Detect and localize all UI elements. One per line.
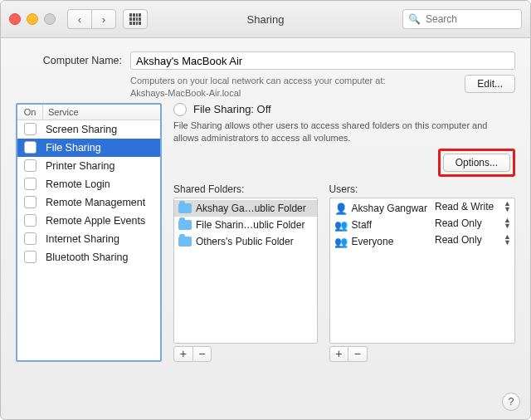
remove-user-button[interactable]: − — [348, 347, 367, 361]
permission-label: Read Only — [435, 217, 482, 229]
computer-name-sub1: Computers on your local network can acce… — [130, 76, 386, 85]
service-label: Printer Sharing — [42, 160, 160, 172]
services-col-service: Service — [43, 105, 160, 120]
forward-button[interactable]: › — [91, 9, 116, 29]
shared-folder-label: Akshay Ga…ublic Folder — [196, 203, 306, 214]
user-item[interactable]: 👥Everyone — [330, 233, 431, 250]
group-icon: 👥 — [334, 236, 348, 248]
permissions-column: Read & Write▲▼Read Only▲▼Read Only▲▼ — [431, 198, 514, 342]
window-controls — [9, 13, 56, 25]
computer-name-label: Computer Name: — [16, 51, 122, 66]
shared-folders-header: Shared Folders: — [173, 183, 318, 195]
minimize-icon[interactable] — [27, 13, 38, 25]
service-label: Remote Login — [42, 178, 160, 190]
permission-select[interactable]: Read Only▲▼ — [431, 232, 514, 248]
user-label: Akshay Gangwar — [352, 203, 427, 214]
users-list[interactable]: 👤Akshay Gangwar👥Staff👥Everyone — [330, 198, 431, 342]
back-button[interactable]: ‹ — [67, 9, 91, 29]
group-icon: 👥 — [334, 219, 348, 232]
service-checkbox[interactable] — [24, 159, 37, 172]
help-button[interactable]: ? — [502, 393, 520, 411]
stepper-icon: ▲▼ — [504, 217, 511, 229]
highlight-box: Options... — [438, 149, 515, 177]
service-file-sharing[interactable]: File Sharing — [17, 139, 160, 157]
stepper-icon: ▲▼ — [504, 201, 511, 212]
edit-button[interactable]: Edit... — [465, 75, 515, 93]
zoom-icon[interactable] — [44, 13, 56, 25]
service-checkbox[interactable] — [24, 232, 37, 245]
service-checkbox[interactable] — [24, 214, 37, 227]
service-checkbox[interactable] — [24, 123, 37, 135]
services-col-on: On — [17, 105, 43, 120]
user-item[interactable]: 👤Akshay Gangwar — [330, 200, 431, 217]
shared-folder-item[interactable]: File Sharin…ublic Folder — [174, 217, 317, 233]
search-icon: 🔍 — [408, 13, 421, 25]
options-button[interactable]: Options... — [443, 154, 510, 172]
add-user-button[interactable]: + — [330, 347, 349, 361]
services-list: On Service Screen SharingFile SharingPri… — [16, 103, 162, 362]
shared-folder-label: Others's Public Folder — [196, 236, 294, 247]
status-desc: File Sharing allows other users to acces… — [173, 120, 515, 144]
service-label: Remote Apple Events — [42, 215, 160, 227]
user-label: Everyone — [352, 236, 394, 247]
permission-label: Read Only — [435, 234, 482, 246]
person-icon: 👤 — [334, 203, 348, 215]
preferences-window: ‹ › Sharing 🔍 Computer Name: Computers o… — [0, 0, 531, 420]
titlebar: ‹ › Sharing 🔍 — [1, 1, 530, 38]
close-icon[interactable] — [9, 13, 21, 25]
service-internet-sharing[interactable]: Internet Sharing — [17, 230, 160, 248]
service-label: Bluetooth Sharing — [42, 252, 160, 263]
search-field[interactable]: 🔍 — [402, 9, 522, 29]
stepper-icon: ▲▼ — [504, 234, 511, 246]
shared-folders-add-remove: + − — [173, 346, 212, 362]
service-label: Screen Sharing — [42, 124, 160, 135]
service-checkbox[interactable] — [24, 196, 37, 208]
service-label: Remote Management — [42, 197, 160, 208]
service-remote-login[interactable]: Remote Login — [17, 175, 160, 193]
service-label: File Sharing — [42, 142, 160, 154]
folder-icon — [178, 220, 192, 230]
service-screen-sharing[interactable]: Screen Sharing — [17, 120, 160, 139]
computer-name-input[interactable] — [130, 51, 515, 70]
users-header: Users: — [329, 183, 515, 195]
user-item[interactable]: 👥Staff — [330, 217, 431, 233]
user-label: Staff — [352, 219, 372, 231]
permission-label: Read & Write — [435, 201, 494, 212]
search-input[interactable] — [424, 12, 516, 26]
folder-icon — [178, 237, 192, 247]
service-checkbox[interactable] — [24, 141, 37, 154]
status-title: File Sharing: Off — [193, 103, 271, 115]
remove-folder-button[interactable]: − — [193, 347, 212, 361]
shared-folders-list[interactable]: Akshay Ga…ublic FolderFile Sharin…ublic … — [174, 198, 317, 342]
service-label: Internet Sharing — [42, 233, 160, 245]
shared-folder-item[interactable]: Others's Public Folder — [174, 233, 317, 250]
folder-icon — [178, 203, 192, 213]
service-bluetooth-sharing[interactable]: Bluetooth Sharing — [17, 248, 160, 266]
service-checkbox[interactable] — [24, 178, 37, 190]
service-checkbox[interactable] — [24, 251, 37, 263]
grid-icon — [129, 13, 141, 25]
add-folder-button[interactable]: + — [174, 347, 193, 361]
users-add-remove: + − — [329, 346, 368, 362]
sharing-toggle-radio[interactable] — [173, 103, 187, 116]
show-all-button[interactable] — [123, 9, 148, 29]
shared-folder-item[interactable]: Akshay Ga…ublic Folder — [174, 200, 317, 217]
permission-select[interactable]: Read Only▲▼ — [431, 215, 514, 232]
shared-folder-label: File Sharin…ublic Folder — [196, 219, 304, 231]
service-remote-management[interactable]: Remote Management — [17, 193, 160, 212]
service-remote-apple-events[interactable]: Remote Apple Events — [17, 212, 160, 230]
permission-select[interactable]: Read & Write▲▼ — [431, 198, 514, 215]
service-printer-sharing[interactable]: Printer Sharing — [17, 157, 160, 175]
computer-name-sub2: Akshays-MacBook-Air.local — [130, 88, 241, 98]
